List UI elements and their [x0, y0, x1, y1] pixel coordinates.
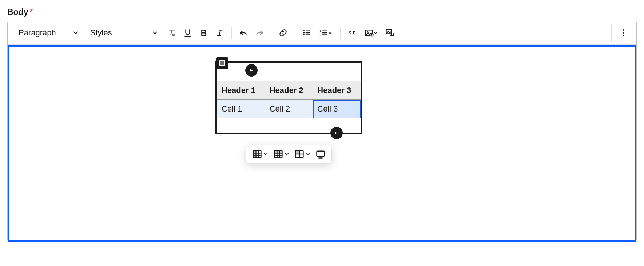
- svg-rect-16: [275, 151, 282, 153]
- enter-icon: [249, 67, 254, 73]
- chevron-down-icon: [73, 30, 79, 36]
- insert-paragraph-after-button[interactable]: [330, 127, 343, 139]
- svg-point-1: [303, 32, 304, 33]
- svg-rect-19: [317, 151, 325, 156]
- svg-point-11: [623, 32, 624, 34]
- required-indicator: *: [30, 7, 33, 17]
- field-label-text: Body: [7, 7, 28, 17]
- chevron-down-icon: [373, 30, 378, 35]
- field-label: Body*: [7, 7, 637, 17]
- header-text: Header 2: [270, 86, 303, 95]
- editor-content-area[interactable]: Header 1 Header 2 Header 3 Cell 1 Cell 2…: [8, 45, 636, 242]
- underline-button[interactable]: [180, 26, 195, 40]
- chevron-down-icon: [263, 152, 268, 157]
- separator: [271, 27, 271, 39]
- toolbar: Paragraph Styles: [8, 21, 636, 45]
- italic-icon: [215, 28, 224, 38]
- redo-icon: [255, 28, 264, 38]
- separator: [231, 27, 232, 39]
- table-header-cell[interactable]: Header 2: [265, 81, 313, 100]
- italic-button[interactable]: [212, 26, 227, 40]
- header-text: Header 1: [222, 86, 255, 95]
- insert-paragraph-before-button[interactable]: [245, 64, 258, 77]
- chevron-down-icon: [305, 152, 310, 157]
- quote-icon: [347, 28, 357, 38]
- media-icon: [385, 28, 395, 38]
- table-drag-handle[interactable]: [216, 57, 228, 69]
- table-header-cell[interactable]: Header 3: [313, 81, 361, 100]
- undo-icon: [239, 28, 248, 38]
- more-options-button[interactable]: [616, 26, 631, 40]
- table-properties-button[interactable]: [313, 148, 328, 161]
- image-dropdown[interactable]: [361, 26, 381, 40]
- content-table[interactable]: Header 1 Header 2 Header 3 Cell 1 Cell 2…: [217, 81, 361, 118]
- drag-handle-icon: [219, 60, 225, 66]
- separator: [340, 27, 341, 39]
- image-icon: [364, 28, 374, 38]
- chevron-down-icon: [284, 152, 289, 157]
- editor: Paragraph Styles: [7, 21, 637, 242]
- chevron-down-icon: [152, 30, 158, 36]
- blockquote-button[interactable]: [345, 26, 359, 40]
- styles-label: Styles: [90, 28, 112, 38]
- svg-text:1: 1: [319, 29, 321, 32]
- enter-icon: [334, 130, 339, 136]
- header-text: Header 3: [317, 86, 351, 95]
- table-header-row: Header 1 Header 2 Header 3: [217, 81, 361, 100]
- monitor-icon: [315, 149, 326, 159]
- redo-button[interactable]: [252, 26, 267, 40]
- cell-text: Cell 2: [270, 104, 290, 113]
- link-icon: [278, 28, 288, 38]
- table-cell-active[interactable]: Cell 3: [313, 100, 361, 118]
- svg-rect-18: [296, 151, 300, 154]
- clear-formatting-icon: [167, 28, 176, 38]
- underline-icon: [183, 28, 192, 38]
- table-cell[interactable]: Cell 1: [217, 100, 265, 118]
- bold-icon: [199, 28, 208, 38]
- undo-button[interactable]: [236, 26, 251, 40]
- numbered-list-dropdown[interactable]: 12: [315, 26, 336, 40]
- bullet-list-button[interactable]: [299, 26, 314, 40]
- merge-cells-dropdown[interactable]: [292, 148, 313, 161]
- link-button[interactable]: [276, 26, 290, 40]
- separator: [295, 27, 295, 39]
- table-container: Header 1 Header 2 Header 3 Cell 1 Cell 2…: [217, 63, 361, 133]
- svg-rect-14: [254, 151, 256, 158]
- table-column-icon: [252, 149, 262, 159]
- table-row-dropdown[interactable]: [271, 148, 291, 161]
- svg-text:2: 2: [319, 33, 321, 37]
- kebab-icon: [622, 28, 625, 37]
- table-header-cell[interactable]: Header 1: [217, 81, 265, 100]
- bold-button[interactable]: [196, 26, 211, 40]
- svg-point-2: [303, 34, 304, 35]
- merge-cells-icon: [294, 149, 305, 159]
- table-balloon-toolbar: [246, 145, 331, 163]
- table-column-dropdown[interactable]: [250, 148, 270, 161]
- media-button[interactable]: [383, 26, 397, 40]
- table-row: Cell 1 Cell 2 Cell 3: [217, 100, 361, 118]
- block-format-dropdown[interactable]: Paragraph: [13, 26, 84, 40]
- block-format-label: Paragraph: [19, 28, 56, 38]
- table-row-icon: [273, 149, 283, 159]
- cell-text: Cell 1: [222, 104, 242, 113]
- svg-point-10: [623, 29, 624, 31]
- table-widget[interactable]: Header 1 Header 2 Header 3 Cell 1 Cell 2…: [215, 61, 362, 134]
- numbered-list-icon: 12: [319, 28, 328, 38]
- text-cursor: [339, 105, 339, 113]
- svg-point-0: [303, 30, 304, 31]
- clear-formatting-button[interactable]: [164, 26, 179, 40]
- cell-text: Cell 3: [317, 104, 338, 113]
- styles-dropdown[interactable]: Styles: [85, 26, 163, 40]
- bullet-list-icon: [302, 28, 311, 38]
- separator: [611, 24, 612, 42]
- svg-point-12: [623, 35, 624, 36]
- table-cell[interactable]: Cell 2: [265, 100, 313, 118]
- chevron-down-icon: [327, 30, 333, 35]
